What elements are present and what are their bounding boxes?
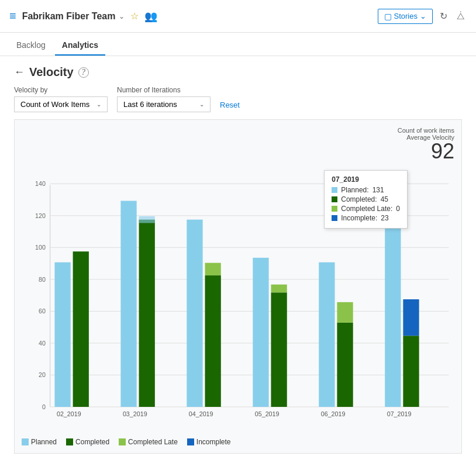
svg-rect-24 (187, 220, 202, 407)
iterations-group: Number of Iterations Last 6 iterations ⌄ (117, 86, 211, 112)
app-icon: ≡ (9, 9, 16, 23)
tooltip-completed-val: 45 (381, 195, 388, 203)
iterations-dropdown[interactable]: Last 6 iterations ⌄ (117, 96, 211, 112)
velocity-by-label: Velocity by (14, 86, 108, 94)
tooltip-completed-late-label: Completed Late: (341, 205, 392, 213)
bar-group-05-2019: 05_2019 (253, 258, 287, 417)
svg-rect-30 (271, 285, 287, 293)
legend-swatch-incomplete (187, 438, 194, 445)
svg-text:06_2019: 06_2019 (321, 410, 346, 417)
app-header: ≡ Fabrikam Fiber Team ⌄ ☆ 👥 ▢ Stories ⌄ … (0, 0, 476, 33)
velocity-by-value: Count of Work Items (20, 100, 89, 109)
tooltip-planned-row: Planned: 131 (332, 186, 400, 194)
legend-item-completed-late: Completed Late (119, 438, 178, 446)
svg-text:04_2019: 04_2019 (189, 410, 213, 417)
svg-text:140: 140 (35, 180, 46, 187)
iterations-chevron-icon: ⌄ (199, 101, 204, 108)
tooltip-incomplete-row: Incomplete: 23 (332, 214, 400, 222)
svg-rect-32 (319, 262, 334, 407)
tooltip-completed-late-swatch (332, 206, 337, 212)
svg-rect-22 (139, 216, 155, 223)
legend-label-planned: Planned (31, 438, 57, 446)
svg-rect-37 (403, 336, 419, 407)
chart-legend: Planned Completed Completed Late Incompl… (22, 438, 454, 446)
svg-text:07_2019: 07_2019 (387, 410, 412, 417)
legend-label-incomplete: Incomplete (196, 438, 231, 446)
svg-rect-26 (205, 263, 221, 275)
avg-label-line2: Average Velocity (22, 134, 454, 141)
svg-text:100: 100 (35, 244, 46, 251)
legend-swatch-completed-late (119, 438, 126, 445)
expand-button[interactable]: ⧊ (454, 9, 467, 24)
tooltip-completed-late-row: Completed Late: 0 (332, 205, 400, 213)
tooltip-incomplete-label: Incomplete: (341, 214, 377, 222)
tooltip-planned-swatch (332, 187, 337, 193)
page-content: ← Velocity ? Velocity by Count of Work I… (0, 56, 476, 463)
reset-button[interactable]: Reset (220, 98, 240, 112)
iterations-value: Last 6 iterations (123, 100, 177, 109)
velocity-by-group: Velocity by Count of Work Items ⌄ (14, 86, 108, 112)
favorite-icon[interactable]: ☆ (130, 11, 139, 22)
svg-rect-21 (139, 220, 155, 407)
chart-tooltip: 07_2019 Planned: 131 Completed: 45 Compl… (324, 170, 408, 229)
stories-icon: ▢ (384, 12, 392, 21)
tooltip-incomplete-val: 23 (381, 214, 388, 222)
svg-text:40: 40 (39, 340, 46, 347)
bar-chart: 0 20 40 60 80 100 (22, 164, 454, 433)
legend-label-completed-late: Completed Late (128, 438, 178, 446)
svg-text:05_2019: 05_2019 (255, 410, 280, 417)
stories-button[interactable]: ▢ Stories ⌄ (378, 9, 433, 24)
svg-rect-28 (253, 258, 268, 407)
nav-tabs: Backlog Analytics (0, 33, 476, 56)
svg-rect-33 (337, 323, 353, 407)
page-title: Velocity (29, 65, 74, 79)
help-icon[interactable]: ? (78, 67, 89, 78)
velocity-by-dropdown[interactable]: Count of Work Items ⌄ (14, 96, 108, 112)
svg-text:02_2019: 02_2019 (57, 410, 81, 417)
bar-group-04-2019: 04_2019 (187, 220, 220, 417)
stories-chevron-icon: ⌄ (420, 12, 426, 20)
tooltip-completed-label: Completed: (341, 195, 377, 203)
legend-label-completed: Completed (75, 438, 109, 446)
chart-section: Count of work items Average Velocity 92 … (14, 119, 462, 454)
svg-rect-25 (205, 275, 221, 407)
tooltip-completed-late-val: 0 (396, 205, 400, 213)
tooltip-completed-row: Completed: 45 (332, 195, 400, 203)
refresh-button[interactable]: ↻ (437, 8, 450, 24)
bar-group-03-2019: 03_2019 (120, 201, 154, 417)
svg-text:0: 0 (42, 403, 46, 410)
tooltip-incomplete-swatch (332, 215, 337, 221)
tooltip-planned-val: 131 (372, 186, 384, 194)
tab-backlog[interactable]: Backlog (9, 36, 53, 56)
back-row: ← Velocity ? (14, 65, 462, 79)
legend-swatch-planned (22, 438, 29, 445)
velocity-by-chevron-icon: ⌄ (96, 101, 101, 108)
iterations-label: Number of Iterations (117, 86, 211, 94)
avg-velocity-display: Count of work items Average Velocity 92 (22, 127, 454, 162)
svg-rect-34 (337, 302, 353, 323)
tooltip-completed-swatch (332, 196, 337, 202)
legend-swatch-completed (66, 438, 73, 445)
controls-row: Velocity by Count of Work Items ⌄ Number… (14, 86, 462, 112)
back-button[interactable]: ← (14, 66, 25, 78)
svg-text:60: 60 (39, 307, 46, 315)
svg-rect-20 (120, 201, 136, 407)
svg-text:03_2019: 03_2019 (123, 410, 147, 417)
members-icon[interactable]: 👥 (144, 10, 157, 23)
tooltip-sprint: 07_2019 (332, 175, 400, 184)
bar-group-02-2019: 02_2019 (54, 251, 88, 417)
team-chevron-icon[interactable]: ⌄ (119, 12, 125, 20)
svg-rect-36 (385, 199, 401, 407)
svg-text:120: 120 (35, 212, 46, 219)
svg-rect-38 (403, 299, 419, 336)
legend-item-incomplete: Incomplete (187, 438, 231, 446)
tooltip-planned-label: Planned: (341, 186, 368, 194)
avg-label-line1: Count of work items (22, 127, 454, 134)
stories-label: Stories (394, 12, 418, 20)
bar-group-07-2019: 07_2019 (385, 199, 419, 417)
team-name: Fabrikam Fiber Team (22, 11, 116, 22)
svg-rect-29 (271, 292, 287, 407)
header-actions: ▢ Stories ⌄ ↻ ⧊ (378, 8, 467, 24)
legend-item-planned: Planned (22, 438, 57, 446)
tab-analytics[interactable]: Analytics (55, 36, 105, 56)
